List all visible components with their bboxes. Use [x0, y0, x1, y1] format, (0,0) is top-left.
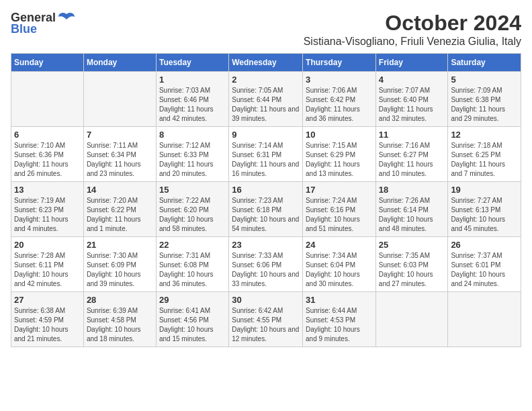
- location-title: Sistiana-Visogliano, Friuli Venezia Giul…: [304, 36, 521, 48]
- cell-info: Sunrise: 6:42 AMSunset: 4:55 PMDaylight:…: [232, 306, 300, 344]
- day-number: 27: [14, 295, 81, 305]
- cell-info: Sunrise: 7:24 AMSunset: 6:16 PMDaylight:…: [306, 196, 373, 234]
- cell-info: Sunrise: 7:27 AMSunset: 6:13 PMDaylight:…: [451, 196, 518, 234]
- calendar-cell: 6Sunrise: 7:10 AMSunset: 6:36 PMDaylight…: [11, 127, 84, 182]
- day-header-thursday: Thursday: [303, 54, 376, 72]
- day-number: 22: [159, 240, 226, 250]
- day-number: 14: [87, 185, 153, 195]
- day-header-monday: Monday: [83, 54, 156, 72]
- day-header-wednesday: Wednesday: [229, 54, 303, 72]
- calendar-cell: 13Sunrise: 7:19 AMSunset: 6:23 PMDayligh…: [11, 182, 84, 237]
- cell-info: Sunrise: 7:15 AMSunset: 6:29 PMDaylight:…: [306, 141, 373, 179]
- cell-info: Sunrise: 7:28 AMSunset: 6:11 PMDaylight:…: [14, 251, 81, 289]
- calendar-cell: 24Sunrise: 7:34 AMSunset: 6:04 PMDayligh…: [303, 237, 376, 292]
- day-number: 15: [159, 185, 226, 195]
- day-number: 13: [14, 185, 81, 195]
- calendar-cell: 4Sunrise: 7:07 AMSunset: 6:40 PMDaylight…: [375, 72, 448, 127]
- day-number: 30: [232, 295, 300, 305]
- logo-blue-text: Blue: [11, 22, 37, 36]
- day-number: 19: [451, 185, 518, 195]
- calendar-cell: 20Sunrise: 7:28 AMSunset: 6:11 PMDayligh…: [11, 237, 84, 292]
- day-number: 3: [306, 75, 373, 85]
- cell-info: Sunrise: 7:30 AMSunset: 6:09 PMDaylight:…: [87, 251, 153, 289]
- calendar-cell: 28Sunrise: 6:39 AMSunset: 4:58 PMDayligh…: [83, 292, 156, 347]
- logo-bird-icon: [57, 11, 76, 25]
- cell-info: Sunrise: 7:07 AMSunset: 6:40 PMDaylight:…: [379, 86, 445, 124]
- cell-info: Sunrise: 7:14 AMSunset: 6:31 PMDaylight:…: [232, 141, 300, 179]
- day-number: 8: [159, 130, 226, 140]
- title-area: October 2024 Sistiana-Visogliano, Friuli…: [304, 11, 521, 48]
- calendar-cell: 21Sunrise: 7:30 AMSunset: 6:09 PMDayligh…: [83, 237, 156, 292]
- calendar-cell: 15Sunrise: 7:22 AMSunset: 6:20 PMDayligh…: [156, 182, 228, 237]
- calendar-cell: 1Sunrise: 7:03 AMSunset: 6:46 PMDaylight…: [156, 72, 228, 127]
- day-number: 23: [232, 240, 300, 250]
- calendar-header-row: SundayMondayTuesdayWednesdayThursdayFrid…: [11, 54, 521, 72]
- calendar-cell: 16Sunrise: 7:23 AMSunset: 6:18 PMDayligh…: [229, 182, 303, 237]
- day-number: 21: [87, 240, 153, 250]
- cell-info: Sunrise: 7:18 AMSunset: 6:25 PMDaylight:…: [451, 141, 518, 179]
- day-number: 6: [14, 130, 81, 140]
- day-number: 18: [379, 185, 445, 195]
- calendar-cell: 9Sunrise: 7:14 AMSunset: 6:31 PMDaylight…: [229, 127, 303, 182]
- calendar-cell: 27Sunrise: 6:38 AMSunset: 4:59 PMDayligh…: [11, 292, 84, 347]
- cell-info: Sunrise: 7:12 AMSunset: 6:33 PMDaylight:…: [159, 141, 226, 179]
- day-number: 7: [87, 130, 153, 140]
- day-number: 5: [451, 75, 518, 85]
- day-number: 17: [306, 185, 373, 195]
- calendar-cell: [11, 72, 84, 127]
- day-number: 12: [451, 130, 518, 140]
- calendar-week-row: 6Sunrise: 7:10 AMSunset: 6:36 PMDaylight…: [11, 127, 521, 182]
- cell-info: Sunrise: 7:23 AMSunset: 6:18 PMDaylight:…: [232, 196, 300, 234]
- calendar-cell: 25Sunrise: 7:35 AMSunset: 6:03 PMDayligh…: [375, 237, 448, 292]
- calendar-cell: 5Sunrise: 7:09 AMSunset: 6:38 PMDaylight…: [448, 72, 521, 127]
- calendar-cell: 7Sunrise: 7:11 AMSunset: 6:34 PMDaylight…: [83, 127, 156, 182]
- day-number: 25: [379, 240, 445, 250]
- cell-info: Sunrise: 7:05 AMSunset: 6:44 PMDaylight:…: [232, 86, 300, 124]
- calendar-table: SundayMondayTuesdayWednesdayThursdayFrid…: [11, 53, 521, 347]
- cell-info: Sunrise: 7:33 AMSunset: 6:06 PMDaylight:…: [232, 251, 300, 289]
- calendar-cell: 22Sunrise: 7:31 AMSunset: 6:08 PMDayligh…: [156, 237, 228, 292]
- cell-info: Sunrise: 7:37 AMSunset: 6:01 PMDaylight:…: [451, 251, 518, 289]
- calendar-cell: 26Sunrise: 7:37 AMSunset: 6:01 PMDayligh…: [448, 237, 521, 292]
- calendar-cell: 10Sunrise: 7:15 AMSunset: 6:29 PMDayligh…: [303, 127, 376, 182]
- calendar-cell: 2Sunrise: 7:05 AMSunset: 6:44 PMDaylight…: [229, 72, 303, 127]
- day-header-sunday: Sunday: [11, 54, 84, 72]
- calendar-cell: 31Sunrise: 6:44 AMSunset: 4:53 PMDayligh…: [303, 292, 376, 347]
- cell-info: Sunrise: 7:26 AMSunset: 6:14 PMDaylight:…: [379, 196, 445, 234]
- calendar-cell: [83, 72, 156, 127]
- cell-info: Sunrise: 7:22 AMSunset: 6:20 PMDaylight:…: [159, 196, 226, 234]
- cell-info: Sunrise: 7:35 AMSunset: 6:03 PMDaylight:…: [379, 251, 445, 289]
- calendar-cell: 17Sunrise: 7:24 AMSunset: 6:16 PMDayligh…: [303, 182, 376, 237]
- logo: General Blue: [11, 11, 76, 36]
- day-number: 2: [232, 75, 300, 85]
- calendar-cell: 12Sunrise: 7:18 AMSunset: 6:25 PMDayligh…: [448, 127, 521, 182]
- day-number: 29: [159, 295, 226, 305]
- day-number: 4: [379, 75, 445, 85]
- cell-info: Sunrise: 6:38 AMSunset: 4:59 PMDaylight:…: [14, 306, 81, 344]
- calendar-week-row: 20Sunrise: 7:28 AMSunset: 6:11 PMDayligh…: [11, 237, 521, 292]
- calendar-cell: 19Sunrise: 7:27 AMSunset: 6:13 PMDayligh…: [448, 182, 521, 237]
- calendar-cell: 11Sunrise: 7:16 AMSunset: 6:27 PMDayligh…: [375, 127, 448, 182]
- day-number: 9: [232, 130, 300, 140]
- calendar-week-row: 1Sunrise: 7:03 AMSunset: 6:46 PMDaylight…: [11, 72, 521, 127]
- day-number: 11: [379, 130, 445, 140]
- calendar-cell: 18Sunrise: 7:26 AMSunset: 6:14 PMDayligh…: [375, 182, 448, 237]
- month-title: October 2024: [304, 11, 521, 36]
- cell-info: Sunrise: 7:31 AMSunset: 6:08 PMDaylight:…: [159, 251, 226, 289]
- calendar-cell: 8Sunrise: 7:12 AMSunset: 6:33 PMDaylight…: [156, 127, 228, 182]
- calendar-body: 1Sunrise: 7:03 AMSunset: 6:46 PMDaylight…: [11, 72, 521, 347]
- cell-info: Sunrise: 7:19 AMSunset: 6:23 PMDaylight:…: [14, 196, 81, 234]
- day-number: 24: [306, 240, 373, 250]
- cell-info: Sunrise: 7:34 AMSunset: 6:04 PMDaylight:…: [306, 251, 373, 289]
- day-header-saturday: Saturday: [448, 54, 521, 72]
- cell-info: Sunrise: 7:03 AMSunset: 6:46 PMDaylight:…: [159, 86, 226, 124]
- cell-info: Sunrise: 7:11 AMSunset: 6:34 PMDaylight:…: [87, 141, 153, 179]
- day-header-tuesday: Tuesday: [156, 54, 228, 72]
- day-number: 20: [14, 240, 81, 250]
- cell-info: Sunrise: 6:39 AMSunset: 4:58 PMDaylight:…: [87, 306, 153, 344]
- cell-info: Sunrise: 7:09 AMSunset: 6:38 PMDaylight:…: [451, 86, 518, 124]
- cell-info: Sunrise: 6:44 AMSunset: 4:53 PMDaylight:…: [306, 306, 373, 344]
- cell-info: Sunrise: 7:20 AMSunset: 6:22 PMDaylight:…: [87, 196, 153, 234]
- cell-info: Sunrise: 7:10 AMSunset: 6:36 PMDaylight:…: [14, 141, 81, 179]
- calendar-week-row: 13Sunrise: 7:19 AMSunset: 6:23 PMDayligh…: [11, 182, 521, 237]
